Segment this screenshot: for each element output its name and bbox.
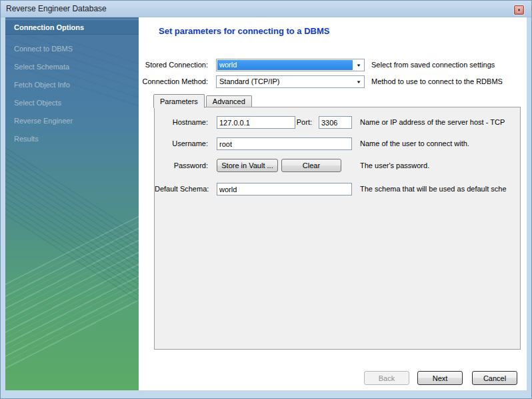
- back-button[interactable]: Back: [364, 371, 409, 385]
- sidebar-item-reverse-engineer[interactable]: Reverse Engineer: [5, 112, 139, 130]
- port-field[interactable]: [319, 116, 352, 129]
- default-schema-label: Default Schema:: [155, 183, 208, 195]
- sidebar-item-select-objects[interactable]: Select Objects: [5, 94, 139, 112]
- connection-method-value: Standard (TCP/IP): [217, 77, 353, 87]
- sidebar-decoration: [5, 172, 139, 383]
- main-panel: Set parameters for connecting to a DBMS …: [139, 17, 527, 390]
- close-button[interactable]: x: [514, 5, 524, 15]
- close-icon: x: [517, 7, 521, 13]
- sidebar-item-connection-options[interactable]: Connection Options: [5, 19, 139, 35]
- sidebar-item-select-schemata[interactable]: Select Schemata: [5, 58, 139, 76]
- password-help: The user's password.: [360, 159, 429, 172]
- stored-connection-value: world: [217, 60, 353, 70]
- sidebar-item-connect-to-dbms[interactable]: Connect to DBMS: [5, 40, 139, 58]
- sidebar-item-fetch-object-info[interactable]: Fetch Object Info: [5, 76, 139, 94]
- sidebar-item-results[interactable]: Results: [5, 130, 139, 148]
- username-help: Name of the user to connect with.: [360, 137, 469, 150]
- username-field[interactable]: [217, 137, 352, 150]
- dialog-body: Connection Options Connect to DBMS Selec…: [5, 17, 527, 390]
- wizard-step-list: Connection Options Connect to DBMS Selec…: [5, 19, 139, 148]
- port-label: Port:: [285, 116, 312, 129]
- default-schema-field[interactable]: [217, 183, 352, 195]
- stored-connection-help: Select from saved connection settings: [371, 59, 495, 71]
- username-label: Username:: [155, 137, 208, 150]
- connection-method-help: Method to use to connect to the RDBMS: [371, 75, 503, 88]
- dropdown-arrow-icon[interactable]: ▼: [353, 59, 364, 71]
- wizard-steps-sidebar: Connection Options Connect to DBMS Selec…: [5, 17, 139, 390]
- titlebar: Reverse Engineer Database x: [1, 1, 531, 17]
- window-title: Reverse Engineer Database: [6, 4, 107, 13]
- password-label: Password:: [155, 159, 208, 172]
- tab-parameters[interactable]: Parameters: [153, 94, 205, 108]
- reverse-engineer-dialog: Reverse Engineer Database x Connection O…: [0, 0, 532, 399]
- clear-password-button[interactable]: Clear: [281, 159, 341, 172]
- page-title: Set parameters for connecting to a DBMS: [159, 26, 329, 36]
- hostname-label: Hostname:: [155, 116, 208, 129]
- hostname-help: Name or IP address of the server host - …: [360, 116, 505, 129]
- parameters-tab-strip: Parameters Advanced: [153, 93, 253, 107]
- store-in-vault-button[interactable]: Store in Vault ...: [217, 159, 278, 172]
- sidebar-decoration: [5, 146, 139, 349]
- cancel-button[interactable]: Cancel: [472, 371, 517, 385]
- default-schema-help: The schema that will be used as default …: [360, 183, 507, 195]
- parameters-tab-panel: Hostname: Port: Name or IP address of th…: [154, 107, 521, 350]
- connection-method-label: Connection Method:: [139, 75, 208, 88]
- hostname-field[interactable]: [217, 116, 295, 129]
- dropdown-arrow-icon[interactable]: ▼: [353, 76, 364, 87]
- next-button[interactable]: Next: [417, 371, 463, 385]
- connection-method-select[interactable]: Standard (TCP/IP) ▼: [216, 75, 365, 88]
- stored-connection-select[interactable]: world ▼: [216, 59, 365, 71]
- tab-advanced[interactable]: Advanced: [206, 95, 252, 107]
- stored-connection-label: Stored Connection:: [139, 59, 208, 71]
